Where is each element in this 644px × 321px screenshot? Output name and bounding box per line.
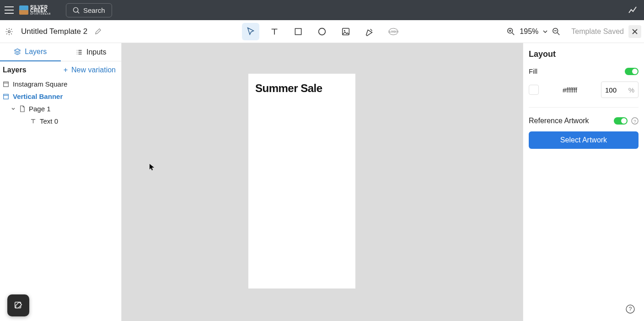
layer-label: Instagram Square [13, 80, 67, 88]
zoom-out-icon [552, 27, 560, 36]
text-icon [30, 118, 36, 124]
svg-rect-11 [4, 94, 9, 99]
svg-text:LOGO: LOGO [389, 30, 397, 33]
percent-label: % [628, 86, 634, 94]
logo-tool[interactable]: LOGO [385, 23, 402, 40]
caret-down-icon[interactable] [11, 108, 16, 110]
search-button[interactable]: Search [66, 3, 112, 17]
svg-rect-10 [4, 82, 9, 87]
svg-point-0 [73, 7, 78, 12]
layout-heading: Layout [529, 49, 639, 59]
select-artwork-button[interactable]: Select Artwork [529, 131, 639, 149]
search-label: Search [83, 6, 105, 14]
layer-label: Text 0 [40, 117, 58, 125]
tab-layers-label: Layers [25, 48, 47, 56]
frame-icon [3, 81, 9, 87]
close-icon [632, 29, 638, 34]
new-variation-button[interactable]: + New variation [64, 66, 116, 74]
svg-point-3 [319, 28, 326, 35]
template-name: Untitled Template 2 [21, 27, 87, 36]
brand-swatch [19, 5, 28, 15]
gear-icon [5, 27, 13, 36]
pen-icon [365, 27, 375, 37]
layer-item-text0[interactable]: Text 0 [0, 115, 121, 127]
canvas[interactable]: Summer Sale [122, 43, 523, 321]
text-tool[interactable] [266, 23, 283, 40]
circle-icon [317, 27, 327, 37]
rename-button[interactable] [93, 26, 103, 37]
mouse-cursor [149, 163, 155, 171]
pen-tool[interactable] [361, 23, 378, 40]
layer-item-vertical-banner[interactable]: Vertical Banner [0, 90, 121, 103]
zoom-in-button[interactable] [507, 27, 515, 36]
cursor-icon [246, 27, 256, 37]
artboard-vertical-banner[interactable]: Summer Sale [248, 74, 355, 288]
chevron-down-icon[interactable] [543, 30, 547, 33]
new-variation-label: New variation [71, 66, 116, 74]
page-icon [19, 105, 25, 112]
inputs-icon [75, 49, 83, 56]
svg-text:?: ? [629, 306, 632, 312]
svg-text:?: ? [633, 119, 636, 124]
zoom-out-button[interactable] [552, 27, 560, 36]
image-tool[interactable] [337, 23, 354, 40]
brand-logo[interactable]: SILVER CREEK SPORTSWEAR [19, 5, 60, 15]
image-icon [341, 27, 351, 37]
layer-label: Page 1 [29, 105, 51, 113]
fill-toggle[interactable] [625, 68, 639, 75]
edit-fab[interactable] [7, 294, 29, 316]
zoom-level[interactable]: 195% [520, 27, 538, 36]
edit-icon [13, 300, 23, 310]
brand-text: SILVER CREEK SPORTSWEAR [30, 5, 51, 15]
square-icon [294, 27, 303, 36]
select-tool[interactable] [242, 23, 259, 40]
search-icon [73, 7, 80, 14]
tab-inputs[interactable]: Inputs [61, 43, 122, 61]
help-button[interactable]: ? [626, 305, 635, 314]
ellipse-tool[interactable] [313, 23, 331, 40]
fill-label: Fill [529, 67, 537, 75]
help-circle-icon: ? [626, 305, 635, 314]
hamburger-menu-icon[interactable] [5, 6, 14, 14]
reference-artwork-label: Reference Artwork [529, 117, 610, 125]
layers-title: Layers [3, 66, 27, 74]
svg-point-5 [344, 30, 345, 31]
layer-item-instagram-square[interactable]: Instagram Square [0, 78, 121, 90]
layer-label: Vertical Banner [13, 92, 63, 100]
pencil-icon [95, 28, 102, 35]
fill-color-swatch[interactable] [529, 85, 539, 95]
fill-hex-input[interactable]: #ffffff [544, 86, 596, 94]
tab-layers[interactable]: Layers [0, 43, 61, 61]
text-icon [269, 27, 279, 37]
layers-icon [14, 48, 21, 55]
canvas-text[interactable]: Summer Sale [255, 82, 322, 95]
plus-icon: + [64, 66, 68, 74]
help-icon[interactable]: ? [631, 117, 639, 125]
opacity-value: 100 [605, 86, 628, 94]
rectangle-tool[interactable] [290, 23, 307, 40]
save-status: Template Saved [571, 27, 624, 36]
svg-point-1 [8, 30, 11, 33]
layer-item-page1[interactable]: Page 1 [0, 103, 121, 115]
tab-inputs-label: Inputs [86, 48, 107, 56]
logo-icon: LOGO [388, 26, 399, 37]
svg-rect-2 [295, 28, 301, 34]
select-artwork-label: Select Artwork [560, 136, 607, 144]
reference-artwork-toggle[interactable] [614, 117, 628, 125]
zoom-in-icon [507, 27, 515, 36]
close-button[interactable] [628, 25, 641, 38]
settings-button[interactable] [3, 25, 16, 38]
frame-icon [3, 93, 9, 100]
fill-opacity-input[interactable]: 100 % [601, 82, 639, 98]
analytics-icon[interactable] [628, 6, 637, 14]
